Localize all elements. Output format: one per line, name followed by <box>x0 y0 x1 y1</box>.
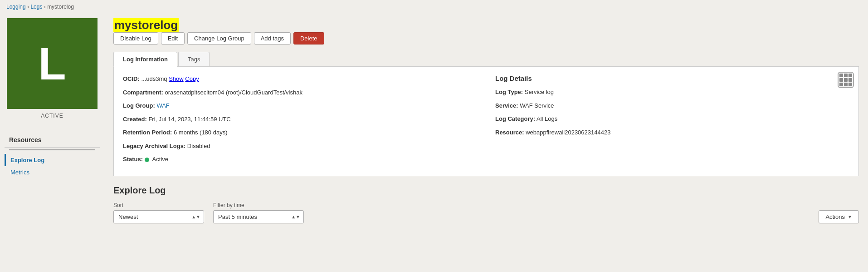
delete-button[interactable]: Delete <box>293 32 324 45</box>
status-value: Active <box>145 156 168 163</box>
breadcrumb-logs[interactable]: Logs <box>30 4 42 10</box>
status-text: Active <box>152 156 168 163</box>
service-row: Service: WAF Service <box>495 101 849 110</box>
log-category-value: All Logs <box>536 115 557 122</box>
actions-bar: Disable Log Edit Change Log Group Add ta… <box>113 32 859 45</box>
status-label: Status: <box>123 156 143 163</box>
log-group-row: Log Group: WAF <box>123 101 477 110</box>
ocid-copy-link[interactable]: Copy <box>185 75 199 82</box>
status-badge: ACTIVE <box>41 113 63 119</box>
retention-value: 6 months (180 days) <box>174 129 228 136</box>
explore-controls: Sort Newest Oldest ▲▼ Filter by time <box>113 202 859 223</box>
logo-box: L <box>7 18 98 109</box>
edit-button[interactable]: Edit <box>161 32 185 45</box>
compartment-row: Compartment: orasenatdpltsecitom04 (root… <box>123 88 477 97</box>
log-group-link[interactable]: WAF <box>156 102 169 109</box>
legacy-label: Legacy Archival Logs: <box>123 143 185 149</box>
ocid-row: OCID: ...uds3mq Show Copy <box>123 74 477 84</box>
corner-grid-icon[interactable] <box>838 72 854 88</box>
service-value: WAF Service <box>520 102 554 109</box>
service-label: Service: <box>495 102 518 109</box>
created-value: Fri, Jul 14, 2023, 11:44:59 UTC <box>148 116 230 123</box>
page-title: mystorelog <box>113 18 859 32</box>
log-type-value: Service log <box>525 89 554 95</box>
filter-time-select-wrapper: Past 5 minutes Past 1 hour Past 24 hours… <box>213 210 304 223</box>
tabs: Log Information Tags <box>113 52 859 67</box>
resources-section: Resources Explore Log Metrics <box>0 133 104 178</box>
tab-tags[interactable]: Tags <box>178 52 210 66</box>
status-row: Status: Active <box>123 155 477 164</box>
created-row: Created: Fri, Jul 14, 2023, 11:44:59 UTC <box>123 115 477 124</box>
log-group-label: Log Group: <box>123 102 155 109</box>
resources-title: Resources <box>5 133 100 148</box>
tab-panel-log-information: OCID: ...uds3mq Show Copy Compartment: o… <box>113 67 859 176</box>
sidebar-item-metrics[interactable]: Metrics <box>5 166 100 178</box>
log-category-row: Log Category: All Logs <box>495 114 849 124</box>
log-group-value: WAF <box>156 102 169 109</box>
legacy-value: Disabled <box>187 143 210 149</box>
change-log-group-button[interactable]: Change Log Group <box>187 32 251 45</box>
filter-time-select[interactable]: Past 5 minutes Past 1 hour Past 24 hours… <box>213 210 304 223</box>
created-label: Created: <box>123 116 147 123</box>
sidebar: L ACTIVE Resources Explore Log Metrics <box>0 14 104 268</box>
breadcrumb-current: mystorelog <box>47 4 74 10</box>
actions-caret-icon: ▼ <box>848 214 852 219</box>
explore-log-title: Explore Log <box>113 185 859 196</box>
retention-label: Retention Period: <box>123 129 172 136</box>
sort-select[interactable]: Newest Oldest <box>113 210 204 223</box>
sidebar-divider <box>9 149 95 150</box>
sort-select-wrapper: Newest Oldest ▲▼ <box>113 210 204 223</box>
retention-row: Retention Period: 6 months (180 days) <box>123 128 477 137</box>
filter-time-label: Filter by time <box>213 202 304 208</box>
info-grid: OCID: ...uds3mq Show Copy Compartment: o… <box>123 74 849 168</box>
ocid-label: OCID: <box>123 75 141 82</box>
breadcrumb: Logging › Logs › mystorelog <box>0 0 868 14</box>
resource-value: webappfirewall20230623144423 <box>526 129 610 136</box>
status-dot-green <box>145 158 149 162</box>
info-col-right: Log Details Log Type: Service log Servic… <box>495 74 849 168</box>
sidebar-item-explore-log[interactable]: Explore Log <box>5 154 100 166</box>
sort-label: Sort <box>113 202 204 208</box>
add-tags-button[interactable]: Add tags <box>254 32 291 45</box>
breadcrumb-logging[interactable]: Logging <box>6 4 26 10</box>
legacy-row: Legacy Archival Logs: Disabled <box>123 142 477 151</box>
explore-log-section: Explore Log Sort Newest Oldest ▲▼ Filt <box>113 185 859 223</box>
disable-log-button[interactable]: Disable Log <box>113 32 158 45</box>
resource-label: Resource: <box>495 129 524 136</box>
tab-log-information[interactable]: Log Information <box>113 52 177 67</box>
info-col-left: OCID: ...uds3mq Show Copy Compartment: o… <box>123 74 477 168</box>
compartment-label: Compartment: <box>123 89 163 96</box>
resource-row: Resource: webappfirewall20230623144423 <box>495 128 849 137</box>
ocid-value: ...uds3mq <box>141 75 167 82</box>
sort-control-group: Sort Newest Oldest ▲▼ <box>113 202 204 223</box>
ocid-show-link[interactable]: Show <box>169 75 184 82</box>
log-details-heading: Log Details <box>495 74 849 82</box>
log-category-label: Log Category: <box>495 115 535 122</box>
compartment-text: orasenatdpltsecitom04 (root)/CloudGuardT… <box>165 89 302 96</box>
filter-time-control-group: Filter by time Past 5 minutes Past 1 hou… <box>213 202 304 223</box>
logo-letter: L <box>38 41 66 86</box>
actions-button[interactable]: Actions ▼ <box>819 210 859 223</box>
log-type-label: Log Type: <box>495 89 523 95</box>
actions-label: Actions <box>825 213 845 220</box>
content: mystorelog Disable Log Edit Change Log G… <box>104 14 868 268</box>
log-type-row: Log Type: Service log <box>495 88 849 97</box>
grid-icon <box>839 74 852 86</box>
main-layout: L ACTIVE Resources Explore Log Metrics m… <box>0 14 868 268</box>
